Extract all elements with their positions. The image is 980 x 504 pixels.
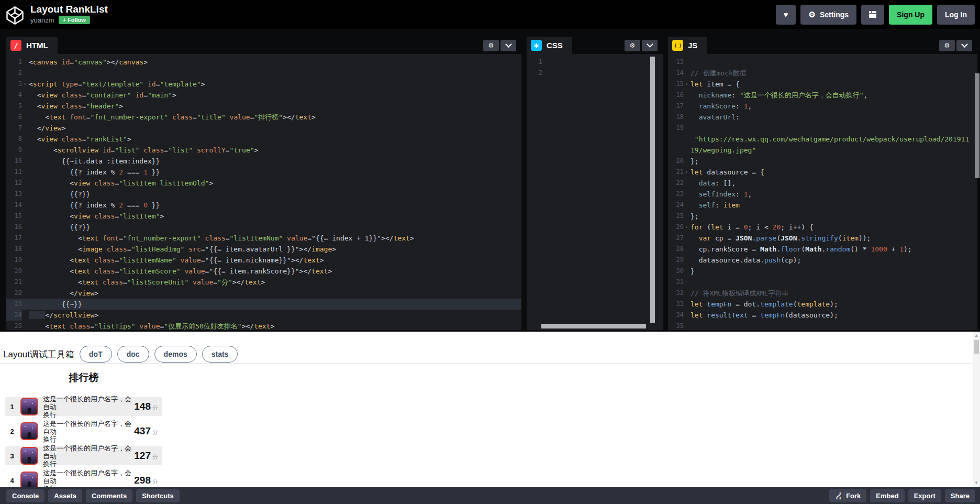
css-settings-button[interactable]: ⚙ (625, 40, 640, 51)
export-button[interactable]: Export (908, 489, 941, 502)
tool-stats-button[interactable]: stats (202, 346, 238, 363)
css-code-editor[interactable]: 12 (527, 54, 663, 330)
css-horizontal-scrollbar[interactable] (541, 324, 646, 328)
code-line[interactable]: 22 data: [], (668, 178, 977, 189)
js-collapse-button[interactable] (956, 40, 972, 51)
html-panel-tab[interactable]: / HTML (6, 37, 58, 54)
code-line[interactable]: 26▾for (let i = 0; i < 20; i++) { (668, 222, 977, 233)
codepen-logo-icon[interactable] (5, 6, 25, 25)
code-line[interactable]: 5 <view class="header"> (6, 101, 521, 112)
code-line[interactable]: 14// 创建mock数据 (668, 68, 977, 79)
html-settings-button[interactable]: ⚙ (483, 40, 499, 51)
code-line[interactable]: 1 (527, 57, 663, 68)
code-line[interactable]: 24 </scrollview> (6, 310, 521, 321)
code-line[interactable]: 23 selfIndex: 1, (668, 189, 977, 200)
code-line[interactable]: 11 {{? index % 2 === 1 }} (6, 167, 521, 178)
code-line[interactable]: 2 (527, 68, 663, 79)
js-code-editor[interactable]: 1314// 创建mock数据15▾let item = {16 nicknam… (668, 54, 977, 330)
code-line[interactable]: 19/wegoing.jpeg" (668, 145, 977, 156)
line-number: 29 (668, 255, 684, 266)
fold-arrow-icon[interactable]: ▾ (685, 167, 688, 178)
code-line[interactable]: 35 (668, 321, 977, 330)
assets-button[interactable]: Assets (48, 489, 82, 502)
code-line[interactable]: 10 {{~it.data :item:index}} (6, 156, 521, 167)
login-button[interactable]: Log In (937, 5, 975, 25)
preview-scrollbar[interactable]: ▲ ▼ (973, 332, 980, 487)
code-line[interactable]: 16 {{?}} (6, 222, 521, 233)
follow-button[interactable]: + Follow (59, 16, 90, 24)
code-line[interactable]: 17 <text font="fnt_number-export" class=… (6, 233, 521, 244)
code-line[interactable]: 13 (668, 57, 977, 68)
js-settings-button[interactable]: ⚙ (939, 40, 955, 51)
pen-author[interactable]: yuanzm (30, 16, 54, 24)
share-button[interactable]: Share (945, 489, 975, 502)
code-line[interactable]: 9 <scrollview id="list" class="list" scr… (6, 145, 521, 156)
js-panel-tab[interactable]: ( ) JS (668, 37, 707, 54)
love-button[interactable]: ♥ (776, 5, 796, 25)
css-panel-tab[interactable]: * CSS (527, 37, 572, 54)
code-line[interactable]: "https://res.wx.qq.com/wechatgame/produc… (668, 134, 977, 145)
code-line[interactable]: 14 {{? index % 2 === 0 }} (6, 200, 521, 211)
code-line[interactable]: 29 datasource.data.push(cp); (668, 255, 977, 266)
code-line[interactable]: 22 </view> (6, 288, 521, 299)
tool-doc-button[interactable]: doc (117, 346, 149, 363)
code-line[interactable]: 20 <text class="listItemScore" value="{{… (6, 266, 521, 277)
shortcuts-button[interactable]: Shortcuts (136, 489, 180, 502)
console-button[interactable]: Console (6, 489, 44, 502)
fold-arrow-icon[interactable]: ▾ (685, 222, 688, 233)
code-line[interactable]: 16 nickname: "这是一个很长的用户名字，会自动换行", (668, 90, 977, 101)
html-code-editor[interactable]: 1<canvas id="canvas"></canvas>23▾<script… (6, 54, 521, 330)
code-line[interactable]: 1<canvas id="canvas"></canvas> (6, 57, 521, 68)
code-line[interactable]: 7 </view> (6, 123, 521, 134)
code-line[interactable]: 25 <text class="listTips" value="仅展示前50位… (6, 321, 521, 330)
code-line[interactable]: 23 {{~}} (6, 299, 521, 310)
scrollbar-thumb[interactable] (974, 340, 979, 354)
code-line[interactable]: 15 <view class="listItem"> (6, 211, 521, 222)
comments-button[interactable]: Comments (86, 489, 132, 502)
code-line[interactable]: 19 <text class="listItemName" value="{{=… (6, 255, 521, 266)
line-number: 21▾ (668, 167, 684, 178)
code-line[interactable]: 24 self: item (668, 200, 977, 211)
code-line[interactable]: 2 (6, 68, 521, 79)
css-collapse-button[interactable] (642, 40, 658, 51)
page-scrollbar-thumb[interactable] (975, 73, 979, 178)
fold-arrow-icon[interactable]: ▾ (24, 79, 26, 90)
code-line[interactable]: 20}; (668, 156, 977, 167)
code-line[interactable]: 27 var cp = JSON.parse(JSON.stringify(it… (668, 233, 977, 244)
gear-icon: ⚙ (488, 42, 494, 49)
scroll-up-icon[interactable]: ▲ (973, 332, 980, 339)
tool-demos-button[interactable]: demos (154, 346, 197, 363)
code-line[interactable]: 32// 将XML模板编译成XML字符串 (668, 288, 977, 299)
signup-button[interactable]: Sign Up (889, 5, 932, 25)
html-collapse-button[interactable] (500, 40, 516, 51)
code-line[interactable]: 19 (668, 123, 977, 134)
gear-icon: ⚙ (944, 42, 950, 49)
change-view-button[interactable] (861, 5, 884, 25)
embed-button[interactable]: Embed (870, 489, 904, 502)
code-line[interactable]: 28 cp.rankScore = Math.floor(Math.random… (668, 244, 977, 255)
code-line[interactable]: 21▾let datasource = { (668, 167, 977, 178)
code-line[interactable]: 30} (668, 266, 977, 277)
code-line[interactable]: 34let resultText = tempFn(datasource); (668, 310, 977, 321)
code-line[interactable]: 25}; (668, 211, 977, 222)
code-line[interactable]: 15▾let item = { (668, 79, 977, 90)
line-number: 25 (668, 211, 684, 222)
code-line[interactable]: 3▾<script type="text/template" id="templ… (6, 79, 521, 90)
code-line[interactable]: 18 <image class="listHeadImg" src="{{= i… (6, 244, 521, 255)
code-line[interactable]: 4 <view class="container" id="main"> (6, 90, 521, 101)
scroll-down-icon[interactable]: ▼ (973, 479, 980, 486)
code-line[interactable]: 21 <text class="listScoreUnit" value="分"… (6, 277, 521, 288)
settings-button[interactable]: ⚙Settings (800, 5, 856, 25)
css-vertical-scrollbar[interactable] (650, 57, 655, 323)
code-line[interactable]: 13 {{?}} (6, 189, 521, 200)
code-line[interactable]: 18 avatarUrl: (668, 112, 977, 123)
code-line[interactable]: 6 <text font="fnt_number-export" class="… (6, 112, 521, 123)
code-line[interactable]: 12 <view class="listItem listItemOld"> (6, 178, 521, 189)
tool-dot-button[interactable]: doT (80, 346, 112, 363)
fork-button[interactable]: ⌥Fork (829, 489, 866, 502)
fold-arrow-icon[interactable]: ▾ (685, 79, 688, 90)
code-line[interactable]: 31 (668, 277, 977, 288)
code-line[interactable]: 17 rankScore: 1, (668, 101, 977, 112)
code-line[interactable]: 33let tempFn = dot.template(template); (668, 299, 977, 310)
code-line[interactable]: 8 <view class="rankList"> (6, 134, 521, 145)
